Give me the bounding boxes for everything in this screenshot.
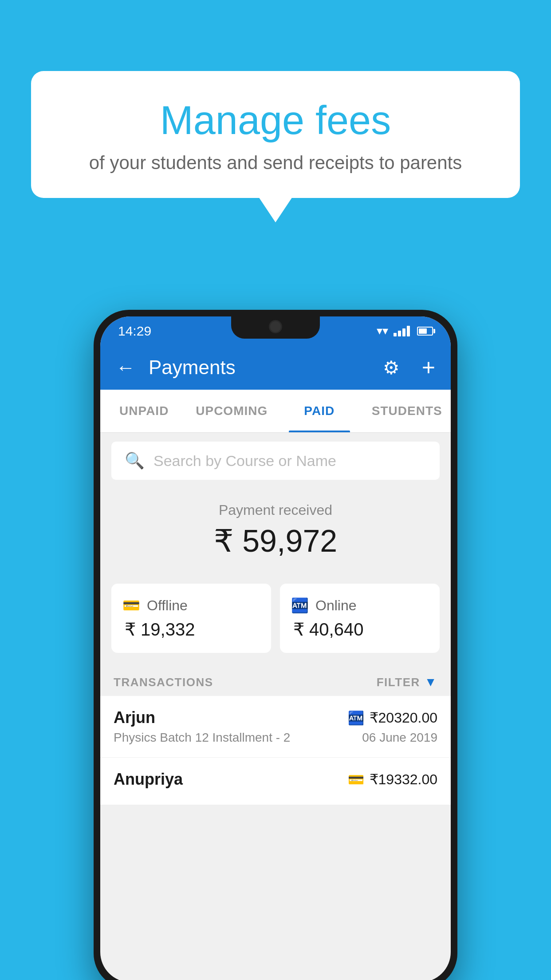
search-placeholder: Search by Course or Name xyxy=(153,452,336,470)
gear-icon[interactable]: ⚙ xyxy=(383,357,400,379)
transaction-name: Anupriya xyxy=(114,770,183,789)
phone-camera xyxy=(269,320,282,333)
payment-received-label: Payment received xyxy=(100,502,451,518)
online-icon: 🏧 xyxy=(291,597,309,614)
transaction-date: 06 June 2019 xyxy=(362,731,437,745)
phone-notch xyxy=(231,316,320,339)
transaction-row[interactable]: Arjun 🏧 ₹20320.00 Physics Batch 12 Insta… xyxy=(100,696,451,758)
search-bar[interactable]: 🔍 Search by Course or Name xyxy=(111,442,440,480)
tab-paid[interactable]: PAID xyxy=(276,390,363,432)
wifi-icon: ▾▾ xyxy=(377,324,388,338)
tab-upcoming[interactable]: UPCOMING xyxy=(188,390,276,432)
speech-bubble: Manage fees of your students and send re… xyxy=(31,71,520,198)
transaction-top: Anupriya 💳 ₹19332.00 xyxy=(114,770,437,789)
online-label: Online xyxy=(315,597,357,614)
offline-icon: 💳 xyxy=(122,597,140,614)
transaction-name: Arjun xyxy=(114,708,155,727)
filter-button[interactable]: FILTER ▼ xyxy=(377,675,437,689)
status-time: 14:29 xyxy=(118,324,151,339)
offline-card: 💳 Offline ₹ 19,332 xyxy=(111,584,271,653)
phone-screen: 14:29 ▾▾ ← Payments xyxy=(100,316,451,980)
transaction-amount-row: 💳 ₹19332.00 xyxy=(348,771,437,788)
online-amount: ₹ 40,640 xyxy=(291,619,429,640)
payment-summary: Payment received ₹ 59,972 xyxy=(100,489,451,579)
add-button[interactable]: + xyxy=(422,354,435,381)
phone-frame: 14:29 ▾▾ ← Payments xyxy=(94,310,457,980)
tab-bar: UNPAID UPCOMING PAID STUDENTS xyxy=(100,390,451,433)
tab-unpaid[interactable]: UNPAID xyxy=(100,390,188,432)
transaction-top: Arjun 🏧 ₹20320.00 xyxy=(114,708,437,727)
payment-amount: ₹ 59,972 xyxy=(100,523,451,559)
signal-icon xyxy=(394,326,410,336)
offline-type-row: 💳 Offline xyxy=(122,597,260,614)
payment-cards: 💳 Offline ₹ 19,332 🏧 Online ₹ 40,640 xyxy=(100,579,451,666)
transaction-amount: ₹19332.00 xyxy=(370,771,437,788)
offline-amount: ₹ 19,332 xyxy=(122,619,260,640)
search-icon: 🔍 xyxy=(125,451,145,470)
transactions-header: TRANSACTIONS FILTER ▼ xyxy=(100,666,451,696)
app-header: ← Payments ⚙ + xyxy=(100,345,451,390)
online-card: 🏧 Online ₹ 40,640 xyxy=(280,584,440,653)
offline-label: Offline xyxy=(147,597,188,614)
back-button[interactable]: ← xyxy=(116,356,135,379)
bubble-subtitle: of your students and send receipts to pa… xyxy=(53,152,498,174)
header-title: Payments xyxy=(149,356,370,379)
transaction-course: Physics Batch 12 Installment - 2 xyxy=(114,731,290,745)
battery-icon xyxy=(417,327,433,336)
tab-students[interactable]: STUDENTS xyxy=(363,390,451,432)
online-type-row: 🏧 Online xyxy=(291,597,429,614)
payment-type-icon: 🏧 xyxy=(348,710,364,726)
filter-label: FILTER xyxy=(377,676,420,689)
transaction-bottom: Physics Batch 12 Installment - 2 06 June… xyxy=(114,731,437,745)
transactions-label: TRANSACTIONS xyxy=(114,676,213,689)
filter-icon: ▼ xyxy=(425,675,437,689)
transaction-row[interactable]: Anupriya 💳 ₹19332.00 xyxy=(100,758,451,805)
transaction-amount: ₹20320.00 xyxy=(370,709,437,726)
transaction-amount-row: 🏧 ₹20320.00 xyxy=(348,709,437,726)
status-icons: ▾▾ xyxy=(377,324,433,338)
payment-type-icon: 💳 xyxy=(348,772,364,787)
bubble-title: Manage fees xyxy=(53,98,498,143)
